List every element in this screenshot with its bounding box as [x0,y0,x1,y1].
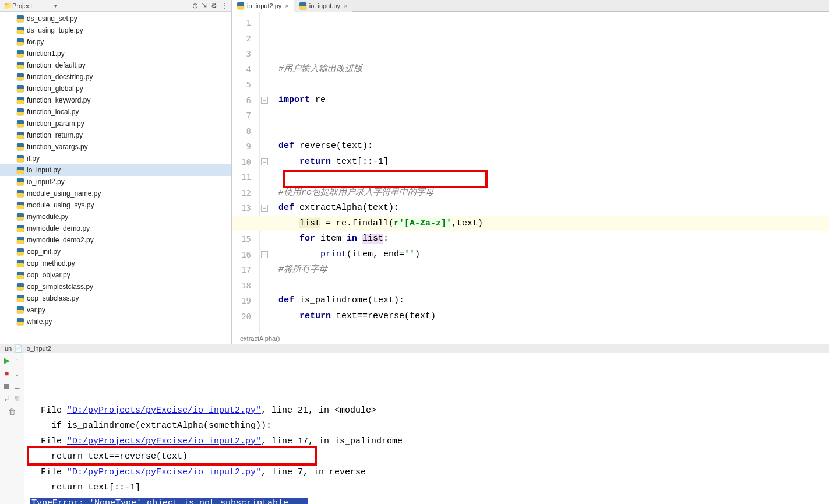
code-line[interactable]: def extractAlpha(text): [278,200,829,216]
run-header: un 📄 io_input2 [0,344,829,353]
traceback-link[interactable]: "D:/pyProjects/pyExcise/io_input2.py" [67,436,261,446]
fold-gutter: −−−− [260,12,270,333]
target-icon[interactable]: ⊙ [192,2,198,10]
python-file-icon [16,259,24,267]
file-item[interactable]: function_global.py [0,83,231,94]
file-name: oop_simplestclass.py [27,283,93,291]
line-number: 18 [232,278,259,294]
file-tree[interactable]: ds_using_set.pyds_using_tuple.pyfor.pyfu… [0,12,231,344]
rerun-button[interactable]: ▶ [2,355,12,365]
dropdown-icon[interactable]: ▾ [54,3,57,9]
code-line[interactable]: def is_palindrome(text): [278,293,829,309]
file-item[interactable]: function_return.py [0,129,231,141]
code-line[interactable] [278,108,829,124]
editor-body: 1234567891011121314151617181920 −−−− #用户… [232,12,829,333]
python-file-icon [16,50,24,58]
fold-marker[interactable]: − [261,158,268,165]
file-item[interactable]: function_keyword.py [0,94,231,106]
file-item[interactable]: function_docstring.py [0,71,231,83]
code-line[interactable]: #将所有字母 [278,262,829,278]
file-item[interactable]: var.py [0,304,231,316]
code-line[interactable]: for item in list: [278,231,829,247]
toggle-soft-wrap-button[interactable]: ≣ [13,381,22,390]
file-name: if.py [27,154,40,163]
file-item[interactable]: mymodule_demo.py [0,223,231,234]
file-name: ds_using_tuple.py [27,26,83,34]
file-item[interactable]: while.py [0,316,231,327]
file-item[interactable]: module_using_name.py [0,188,231,199]
stop-button[interactable]: ■ [2,368,12,378]
code-line[interactable]: #使用re包提取用户录入字符串中的字母 [278,185,829,201]
hide-icon[interactable]: ⋮ [221,2,228,10]
editor-area: io_input2.py×io_input.py× 12345678910111… [232,0,829,344]
code-line[interactable]: print(item, end='') [278,247,829,263]
error-message: TypeError: 'NoneType' object is not subs… [30,496,823,505]
traceback-link[interactable]: "D:/pyProjects/pyExcise/io_input2.py" [67,406,261,415]
code-line[interactable]: list = re.findall(r'[A-Za-z]',text) [232,216,829,232]
code-line[interactable]: import re [278,93,829,108]
close-tab-icon[interactable]: × [285,2,288,9]
project-sidebar: 📁 Project ▾ ⊙ ⇲ ⚙ ⋮ ds_using_set.pyds_us… [0,0,232,344]
wrap-button[interactable]: ↲ [2,394,12,403]
svg-rect-41 [17,252,24,255]
breadcrumb[interactable]: extractAlpha() [232,333,829,344]
file-item[interactable]: io_input2.py [0,176,231,188]
file-item[interactable]: oop_simplestclass.py [0,281,231,292]
python-file-icon [16,178,24,186]
code-line[interactable] [278,170,829,185]
file-item[interactable]: if.py [0,153,231,164]
code-line[interactable]: return text[::-1] [278,154,829,170]
close-tab-icon[interactable]: × [344,2,347,9]
file-item[interactable]: function_default.py [0,59,231,71]
collapse-icon[interactable]: ⇲ [202,2,207,10]
file-item[interactable]: ds_using_set.py [0,13,231,24]
file-name: mymodule_demo.py [27,224,90,232]
editor-tab[interactable]: io_input.py× [294,0,353,12]
fold-marker[interactable]: − [261,97,268,104]
scroll-up-button[interactable]: ↑ [13,355,22,365]
line-number: 9 [232,139,259,154]
svg-rect-37 [17,228,24,232]
file-item[interactable]: mymodule_demo2.py [0,234,231,246]
file-item[interactable]: function1.py [0,48,231,59]
fold-marker[interactable]: − [261,251,268,258]
svg-rect-23 [17,147,24,150]
gear-icon[interactable]: ⚙ [211,2,217,10]
console-output[interactable]: File "D:/pyProjects/pyExcise/io_input2.p… [24,353,829,504]
file-name: function1.py [27,50,65,58]
scroll-down-button[interactable]: ↓ [13,368,22,378]
file-item[interactable]: ds_using_tuple.py [0,24,231,36]
file-name: function_param.py [27,119,84,128]
code-line[interactable] [278,324,829,333]
code-line[interactable]: #用户输入输出改进版 [278,62,829,77]
code-line[interactable] [278,77,829,93]
clear-button[interactable]: 🗑 [8,407,17,416]
run-config-name[interactable]: io_input2 [25,345,51,352]
code-line[interactable]: return text==reverse(text) [278,309,829,325]
svg-rect-53 [17,322,24,325]
editor-tab[interactable]: io_input2.py× [232,0,294,12]
line-number: 1 [232,15,259,31]
file-item[interactable]: oop_method.py [0,258,231,269]
code-line[interactable] [278,124,829,139]
file-item[interactable]: mymodule.py [0,211,231,223]
file-item[interactable]: oop_objvar.py [0,269,231,281]
file-item[interactable]: function_param.py [0,118,231,129]
python-file-icon [16,119,24,128]
code-area[interactable]: #用户输入输出改进版 import re def reverse(text): … [270,12,829,333]
file-item[interactable]: io_input.py [0,164,231,176]
file-item[interactable]: oop_init.py [0,246,231,258]
python-file-icon [16,154,24,163]
fold-marker[interactable]: − [261,205,268,212]
traceback-link[interactable]: "D:/pyProjects/pyExcise/io_input2.py" [67,467,261,477]
code-line[interactable] [278,278,829,294]
file-item[interactable]: function_varargs.py [0,141,231,153]
svg-rect-57 [299,6,306,9]
file-item[interactable]: function_local.py [0,106,231,118]
file-item[interactable]: oop_subclass.py [0,292,231,304]
file-item[interactable]: module_using_sys.py [0,199,231,211]
file-item[interactable]: for.py [0,36,231,48]
code-line[interactable]: def reverse(text): [278,139,829,154]
print-button[interactable]: 🖶 [13,394,22,403]
exit-button[interactable]: ⏹ [2,381,12,390]
